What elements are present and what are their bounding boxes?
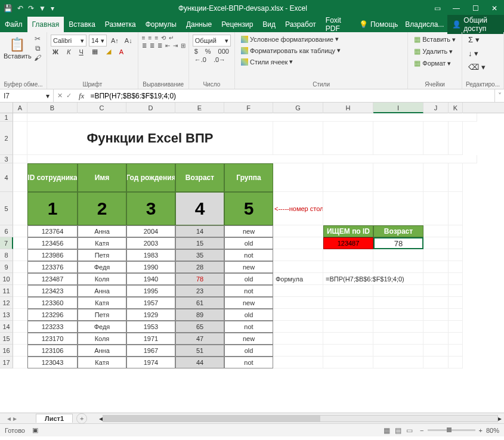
zoom-in-icon[interactable]: + (479, 427, 483, 434)
cell[interactable] (13, 225, 27, 237)
scrollbar-thumb[interactable] (103, 416, 320, 422)
autosum-icon[interactable]: Σ ▾ (466, 35, 500, 45)
cell[interactable] (373, 345, 423, 357)
data-cell[interactable]: Федя (78, 321, 126, 333)
data-cell[interactable]: 123233 (27, 321, 78, 333)
cell[interactable] (273, 321, 323, 333)
cell[interactable] (13, 261, 27, 273)
cell[interactable] (27, 155, 477, 163)
data-cell[interactable]: Катя (78, 357, 126, 368)
cell[interactable] (273, 237, 323, 249)
scroll-right-icon[interactable]: ▸ (498, 414, 502, 423)
cut-icon[interactable]: ✂ (32, 35, 43, 43)
formula-input[interactable] (88, 89, 494, 102)
data-cell[interactable]: new (224, 261, 273, 273)
data-cell[interactable]: Анна (78, 345, 126, 357)
add-sheet-button[interactable]: + (76, 413, 87, 424)
cell[interactable] (423, 122, 449, 155)
data-cell[interactable]: Катя (78, 237, 126, 249)
currency-icon[interactable]: $ (193, 48, 200, 55)
cell[interactable] (273, 249, 323, 261)
cell[interactable] (13, 122, 27, 155)
cell[interactable] (323, 321, 373, 333)
cell[interactable] (373, 297, 423, 309)
minimize-icon[interactable]: — (450, 4, 462, 13)
data-cell[interactable]: 123106 (27, 345, 78, 357)
cell[interactable] (423, 309, 449, 321)
cell[interactable] (449, 163, 463, 192)
align-right-icon[interactable]: ≣ (157, 42, 162, 49)
percent-icon[interactable]: % (203, 48, 213, 55)
col-header[interactable]: F (224, 103, 273, 113)
cell[interactable] (13, 309, 27, 321)
data-cell[interactable]: Анна (78, 285, 126, 297)
data-cell[interactable]: Катя (78, 297, 126, 309)
undo-icon[interactable]: ↶ (17, 4, 23, 13)
cell[interactable] (373, 357, 423, 368)
select-all-corner[interactable] (0, 103, 13, 113)
data-cell[interactable]: new (224, 333, 273, 345)
row-header[interactable]: 2 (0, 122, 13, 155)
clear-icon[interactable]: ⌫ ▾ (466, 62, 500, 72)
data-cell[interactable]: 78 (175, 273, 224, 285)
col-header[interactable]: B (27, 103, 78, 113)
lookup-header-age[interactable]: Возраст (373, 225, 423, 237)
table-header[interactable]: Имя (78, 163, 126, 192)
tab-nav-prev-icon[interactable]: ◂ ▸ (0, 414, 24, 423)
data-cell[interactable]: 1940 (126, 273, 175, 285)
data-cell[interactable]: 1953 (126, 321, 175, 333)
data-cell[interactable]: 61 (175, 297, 224, 309)
fill-color-button[interactable]: ◢ (104, 48, 113, 55)
cell[interactable] (13, 249, 27, 261)
cancel-formula-icon[interactable]: ✕ (57, 92, 63, 100)
zoom-out-icon[interactable]: − (420, 427, 423, 434)
data-cell[interactable]: Коля (78, 333, 126, 345)
tab-developer[interactable]: Разработ (280, 17, 321, 32)
filter-icon[interactable]: ▼ (39, 4, 46, 13)
formula-label-cell[interactable]: Формула (273, 273, 323, 285)
row-header[interactable]: 5 (0, 192, 13, 225)
data-cell[interactable]: 65 (175, 321, 224, 333)
col-number[interactable]: 5 (224, 192, 273, 225)
data-cell[interactable]: 2004 (126, 225, 175, 237)
col-number[interactable]: 3 (126, 192, 175, 225)
cell[interactable] (423, 273, 449, 285)
cell[interactable] (13, 357, 27, 368)
cell[interactable] (13, 273, 27, 285)
cell[interactable] (323, 261, 373, 273)
cell[interactable] (13, 285, 27, 297)
row-header[interactable]: 4 (0, 163, 13, 192)
cell[interactable] (273, 285, 323, 297)
cell[interactable] (323, 345, 373, 357)
cell[interactable] (13, 163, 27, 192)
delete-cells-button[interactable]: Удалить ▾ (412, 47, 458, 56)
data-cell[interactable]: 123456 (27, 237, 78, 249)
cell[interactable] (373, 192, 423, 225)
data-cell[interactable]: 14 (175, 225, 224, 237)
data-cell[interactable]: 15 (175, 237, 224, 249)
italic-button[interactable]: К (65, 48, 72, 55)
data-cell[interactable]: Коля (78, 273, 126, 285)
increase-decimal-icon[interactable]: ←.0 (193, 56, 208, 63)
table-header[interactable]: Возраст (175, 163, 224, 192)
col-header[interactable]: I (373, 103, 423, 113)
cell[interactable] (423, 333, 449, 345)
align-left-icon[interactable]: ≣ (142, 42, 146, 49)
font-name-select[interactable]: Calibri▾ (51, 35, 86, 47)
col-number[interactable]: 2 (78, 192, 126, 225)
data-cell[interactable]: 1971 (126, 333, 175, 345)
data-cell[interactable]: Федя (78, 261, 126, 273)
close-icon[interactable]: ✕ (488, 4, 500, 13)
cell[interactable] (323, 285, 373, 297)
data-cell[interactable]: 1990 (126, 261, 175, 273)
cell[interactable] (273, 122, 323, 155)
help-search[interactable]: 💡 Помощь (355, 20, 401, 29)
border-button[interactable]: ▦ (90, 48, 100, 55)
row-header[interactable]: 9 (0, 261, 13, 273)
redo-icon[interactable]: ↷ (28, 4, 34, 13)
zoom-slider[interactable] (428, 429, 475, 431)
data-cell[interactable]: 123360 (27, 297, 78, 309)
insert-cells-button[interactable]: Вставить ▾ (412, 35, 458, 44)
row-header[interactable]: 14 (0, 321, 13, 333)
data-cell[interactable]: 28 (175, 261, 224, 273)
